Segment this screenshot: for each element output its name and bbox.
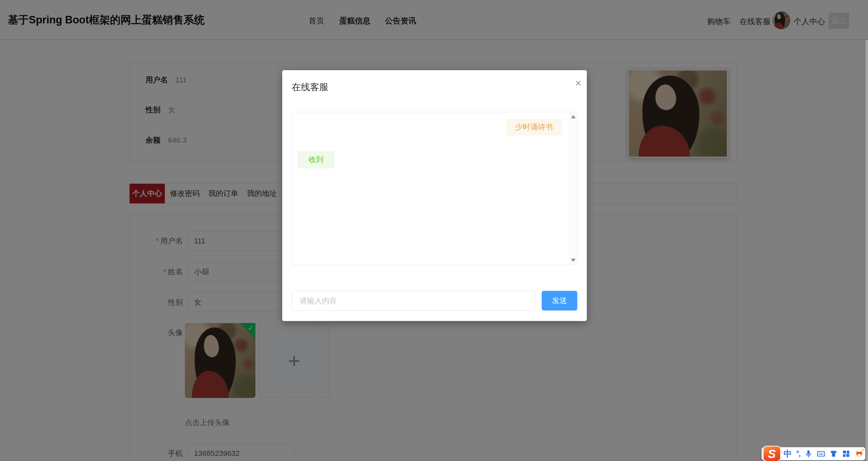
- chat-message-received: 收到: [297, 151, 335, 168]
- chat-message-sent: 少时诵诗书: [506, 119, 562, 136]
- ime-toolbar: S 中 °,: [761, 447, 865, 460]
- message-input[interactable]: [292, 291, 535, 311]
- scroll-up-icon[interactable]: [571, 115, 576, 118]
- page-scrollbar[interactable]: [866, 40, 868, 461]
- send-button[interactable]: 发送: [542, 291, 577, 310]
- chat-message-area: 少时诵诗书 收到: [292, 112, 577, 265]
- scroll-down-icon[interactable]: [571, 259, 576, 262]
- skin-shirt-icon[interactable]: [829, 449, 838, 458]
- chat-scrollbar[interactable]: [569, 113, 577, 264]
- ime-chinese-mode-icon[interactable]: 中: [784, 448, 792, 459]
- microphone-icon[interactable]: [804, 449, 813, 458]
- sogou-logo-icon[interactable]: S: [763, 446, 781, 461]
- toolbox-grid-icon[interactable]: [842, 449, 850, 458]
- ime-punctuation-icon[interactable]: °,: [796, 449, 800, 458]
- online-service-modal: 在线客服 × 少时诵诗书 收到 发送: [282, 70, 587, 321]
- sogou-fox-assistant-icon[interactable]: [854, 449, 864, 459]
- screen: 基于Spring Boot框架的网上蛋糕销售系统 首页 蛋糕信息 公告资讯 购物…: [0, 0, 868, 461]
- close-icon[interactable]: ×: [575, 78, 581, 88]
- modal-title: 在线客服: [292, 81, 328, 93]
- keyboard-icon[interactable]: [817, 449, 825, 458]
